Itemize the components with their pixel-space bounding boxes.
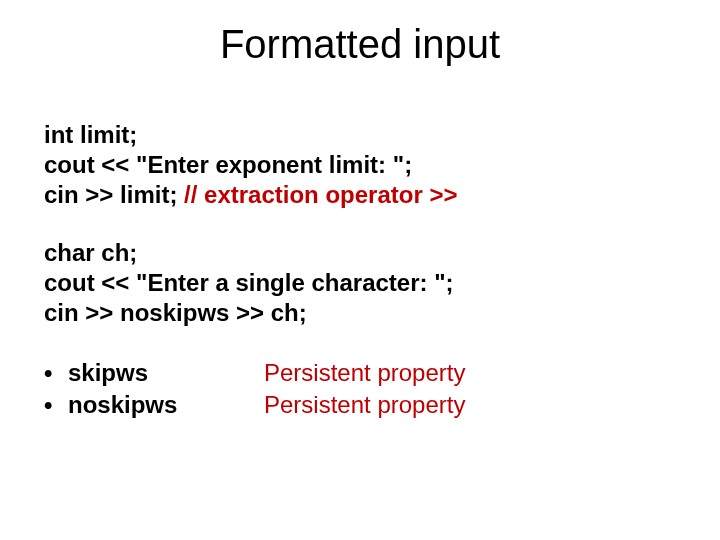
- bullet-label: noskipws: [68, 391, 177, 418]
- bullet-label: skipws: [68, 359, 148, 386]
- bullet-item-noskipws: noskipws: [44, 390, 264, 420]
- code-line: cout << "Enter exponent limit: ";: [44, 150, 676, 180]
- code-comment: // extraction operator >>: [184, 181, 457, 208]
- slide: Formatted input int limit; cout << "Ente…: [0, 0, 720, 540]
- code-text: cin >> limit;: [44, 181, 184, 208]
- code-line: cin >> limit; // extraction operator >>: [44, 180, 676, 210]
- bullet-item-skipws: skipws: [44, 358, 264, 388]
- code-line: char ch;: [44, 238, 676, 268]
- code-block-2: char ch; cout << "Enter a single charact…: [44, 238, 676, 328]
- code-block-1: int limit; cout << "Enter exponent limit…: [44, 120, 676, 210]
- bullet-row: skipws noskipws Persistent property Pers…: [44, 356, 676, 422]
- code-line: cin >> noskipws >> ch;: [44, 298, 676, 328]
- bullet-column: skipws noskipws: [44, 356, 264, 422]
- code-line: cout << "Enter a single character: ";: [44, 268, 676, 298]
- slide-body: int limit; cout << "Enter exponent limit…: [44, 120, 676, 422]
- persistent-text: Persistent property: [264, 390, 676, 420]
- persistent-column: Persistent property Persistent property: [264, 356, 676, 422]
- slide-title: Formatted input: [0, 22, 720, 67]
- code-line: int limit;: [44, 120, 676, 150]
- persistent-text: Persistent property: [264, 358, 676, 388]
